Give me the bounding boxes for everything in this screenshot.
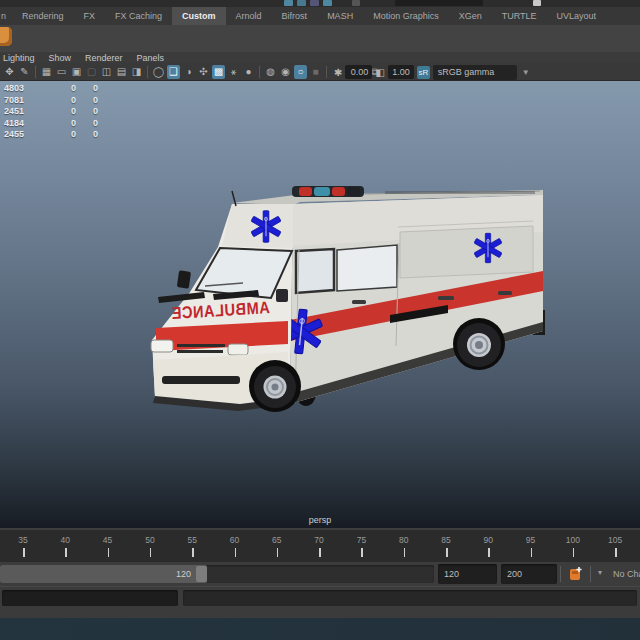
smooth-shade-icon[interactable]: ❑ [167,65,180,79]
timeline-tick [573,548,575,557]
film-gate-icon[interactable]: ▭ [55,65,68,79]
shelf-tab-custom[interactable]: Custom [172,7,226,25]
viewport-toolbar: ✥✎▦▭▣▢◫▤◨◯❑◑✣▩⚹●◍◉○■➢⧉⧉ [0,63,640,81]
timeline-tick [192,548,194,557]
panel-menu-renderer[interactable]: Renderer [82,53,134,63]
timeline-tick [361,548,363,557]
tool-context-icon[interactable]: ✥ [3,65,16,79]
timeline-tick-label: 65 [265,535,289,545]
toolbar-separator [259,66,260,78]
color-management-icon[interactable]: sR [417,66,430,79]
perspective-viewport[interactable]: 480300708100245100418400245500 [0,81,640,528]
chevron-down-icon[interactable]: ▼ [520,68,530,77]
timeline-tick [277,548,279,557]
animation-end-field[interactable]: 200 [501,564,557,584]
shelf-tab-fx[interactable]: FX [74,7,106,25]
gamma-field[interactable]: 1.00 [388,65,414,79]
snap-icon [284,0,293,6]
shelf-tab-mash[interactable]: MASH [317,7,363,25]
ambulance-model [0,81,640,528]
shelf-tab-arnold[interactable]: Arnold [226,7,272,25]
camera-name-label: persp [0,515,640,525]
toolbar-separator [326,66,327,78]
panel-menubar: LightingShowRendererPanels [0,52,640,63]
timeline-tick [446,548,448,557]
safe-title-icon[interactable]: ◨ [130,65,143,79]
resolution-gate-icon[interactable]: ▣ [70,65,83,79]
exposure-field[interactable]: 0.00 [345,65,372,79]
shelf-tab-rendering[interactable]: Rendering [12,7,74,25]
panel-menu-panels[interactable]: Panels [134,53,176,63]
divider [560,566,561,582]
timeline-tick-label: 75 [349,535,373,545]
field-chart-icon[interactable]: ◫ [100,65,113,79]
gamma-icon[interactable]: ◧ [375,67,384,78]
textured-icon[interactable]: ◑ [182,65,195,79]
view-transform-dropdown[interactable]: sRGB gamma [433,65,517,80]
command-line-input[interactable] [2,590,178,606]
toolbar-separator [147,66,148,78]
gate-mask-icon[interactable]: ▢ [85,65,98,79]
timeline-tick [531,548,533,557]
timeline-tick-label: 55 [180,535,204,545]
playback-end-field[interactable]: 120 [438,564,497,584]
timeline-tick [235,548,237,557]
set-key-icon[interactable] [567,565,585,583]
sidebar-toggle-icon [533,0,541,6]
timeline-tick-label: 85 [434,535,458,545]
timeline-tick-label: 45 [96,535,120,545]
timeline-tick-label: 80 [392,535,416,545]
shelf-tab-bar: nRenderingFXFX CachingCustomArnoldBifros… [0,7,640,25]
ambient-occlusion-icon[interactable]: ◍ [264,65,277,79]
shelf-tab-fx-caching[interactable]: FX Caching [105,7,172,25]
shelf: HistDSFTHist [0,25,640,52]
pencil-tool-icon[interactable]: ✎ [18,65,31,79]
timeline-tick-label: 100 [561,535,585,545]
shelf-tab-bifrost[interactable]: Bifrost [272,7,318,25]
character-set-arrow-icon[interactable]: ▾ [598,568,602,577]
snap-icon [297,0,306,6]
quick-field [395,0,483,6]
timeline-tick [108,548,110,557]
viewport-toolbar-right: ✱ 0.00 ◧ 1.00 sR sRGB gamma ▼ [334,64,530,80]
range-slider-bar[interactable]: 120 [0,565,207,583]
anti-alias-icon[interactable]: ○ [294,65,307,79]
help-line-strip [0,618,640,640]
grid-icon[interactable]: ▦ [40,65,53,79]
panel-menu-show[interactable]: Show [46,53,83,63]
divider [590,566,591,582]
shelf-tab-n[interactable]: n [0,7,12,25]
exposure-icon[interactable]: ✱ [334,67,342,78]
shadows-icon[interactable]: ▩ [212,65,225,79]
shelf-tab-turtle[interactable]: TURTLE [492,7,547,25]
range-slider-track[interactable]: 120 [0,565,434,583]
timeline-tick [404,548,406,557]
timeline-tick-label: 50 [138,535,162,545]
material-ball-icon[interactable]: ● [242,65,255,79]
command-line-result[interactable] [183,590,637,606]
sculpt-tool-icon[interactable] [0,27,12,46]
range-slider-handle[interactable] [196,566,207,582]
shelf-tab-motion-graphics[interactable]: Motion Graphics [363,7,449,25]
command-line-row [0,586,640,618]
timeline-tick [65,548,67,557]
timeline-tick-label: 90 [476,535,500,545]
panel-menu-lighting[interactable]: Lighting [0,53,46,63]
timeline-tick [615,548,617,557]
timeline-tick [23,548,25,557]
timeline-tick-label: 40 [53,535,77,545]
time-slider[interactable]: 35404550556065707580859095100105 [0,528,640,562]
exposure-swatch-icon[interactable]: ■ [309,65,322,79]
shelf-tab-xgen[interactable]: XGen [449,7,492,25]
light-icon[interactable]: ⚹ [227,65,240,79]
timeline-tick [319,548,321,557]
safe-action-icon[interactable]: ▤ [115,65,128,79]
shelf-tab-uvlayout[interactable]: UVLayout [547,7,607,25]
use-all-lights-icon[interactable]: ✣ [197,65,210,79]
toolbar-separator [35,66,36,78]
character-set-label[interactable]: No Cha [613,569,640,579]
wireframe-icon[interactable]: ◯ [152,65,165,79]
history-icon [352,0,360,6]
motion-blur-icon[interactable]: ◉ [279,65,292,79]
timeline-tick-label: 95 [519,535,543,545]
